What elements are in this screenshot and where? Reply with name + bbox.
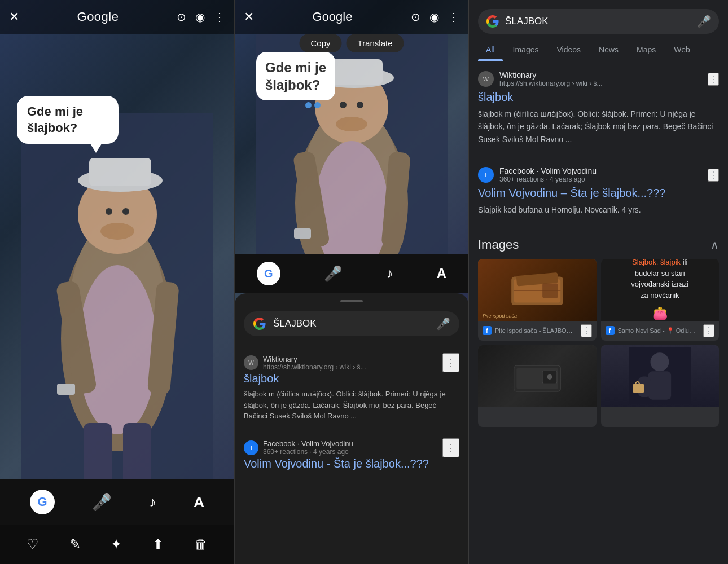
svg-point-38 — [651, 352, 669, 371]
image-more-1[interactable]: ⋮ — [581, 324, 592, 337]
left-top-actions: ⊙ ◉ ⋮ — [177, 10, 225, 24]
left-translate-button[interactable]: A — [194, 493, 204, 511]
middle-bottom-sheet[interactable]: ŠLAJBOK 🎤 W Wiktionary https://sh.wiktio… — [235, 293, 468, 564]
left-edit-button[interactable]: ✎ — [69, 536, 81, 552]
right-source-row-1: W Wiktionary https://sh.wiktionary.org ›… — [478, 70, 719, 87]
svg-rect-27 — [294, 228, 311, 239]
middle-mic-button[interactable]: 🎤 — [324, 265, 342, 283]
svg-rect-14 — [57, 384, 75, 395]
left-more-icon[interactable]: ⋮ — [214, 10, 225, 24]
right-source-row-2: f Facebook · Volim Vojvodinu 360+ reacti… — [478, 166, 719, 183]
left-bottom-section: G 🎤 ♪ A ♡ ✎ ✦ ⬆ 🗑 — [0, 479, 234, 564]
middle-top-actions: ⊙ ◉ ⋮ — [411, 10, 459, 24]
tab-all[interactable]: All — [478, 41, 503, 61]
svg-point-25 — [357, 102, 363, 108]
svg-rect-39 — [648, 371, 671, 399]
right-mic-icon[interactable]: 🎤 — [697, 15, 711, 28]
middle-source-name-2: Facebook · Volim Vojvodinu — [263, 439, 353, 448]
left-google-button[interactable]: G — [30, 490, 55, 514]
right-source-name-1: Wiktionary — [499, 70, 702, 80]
image-caption-text-1: Pite ispod sača - ŠLAJBOK... — [495, 327, 574, 334]
middle-google-button[interactable]: G — [257, 262, 280, 285]
middle-translate-button[interactable]: A — [437, 266, 446, 281]
middle-result-wiktionary[interactable]: W Wiktionary https://sh.wiktionary.org ›… — [235, 345, 468, 430]
middle-result-more-1[interactable]: ⋮ — [442, 353, 459, 372]
image-caption-text-2: Samo Novi Sad - 📍 Odlučil... — [618, 327, 697, 334]
left-eye-icon[interactable]: ◉ — [195, 10, 205, 24]
left-camera-icon[interactable]: ⊙ — [177, 10, 186, 24]
middle-eye-icon[interactable]: ◉ — [429, 10, 439, 24]
right-result-title-1[interactable]: šlajbok — [478, 90, 719, 104]
middle-more-icon[interactable]: ⋮ — [448, 10, 459, 24]
left-app-title: Google — [77, 10, 119, 24]
image-card-4[interactable]: ⋮ — [601, 345, 720, 427]
translate-button[interactable]: Translate — [347, 34, 404, 52]
middle-top-bar: ✕ Google ⊙ ◉ ⋮ — [235, 0, 468, 34]
left-panel: ✕ Google ⊙ ◉ ⋮ — [0, 0, 234, 564]
right-result-more-1[interactable]: ⋮ — [708, 73, 719, 86]
middle-result-facebook[interactable]: f Facebook · Volim Vojvodinu 360+ reacti… — [235, 430, 468, 482]
middle-panel: ✕ Google ⊙ ◉ ⋮ Copy Translate Gde mi je … — [234, 0, 468, 564]
tab-web[interactable]: Web — [666, 41, 698, 61]
middle-action-bar: G 🎤 ♪ A — [235, 254, 468, 293]
images-section-header: Images ∧ — [478, 237, 719, 252]
middle-result-title-2[interactable]: Volim Vojvodinu - Šta je šlajbok...??? — [244, 457, 459, 470]
images-collapse-button[interactable]: ∧ — [711, 238, 719, 252]
image-thumb-3 — [478, 345, 597, 407]
tab-videos[interactable]: Videos — [549, 41, 589, 61]
middle-result-title-1[interactable]: šlajbok — [244, 372, 459, 385]
image-more-2[interactable]: ⋮ — [703, 324, 714, 337]
image-thumb-2: Šlajbok, šlajpik ili budelar su stari vo… — [601, 259, 720, 321]
tab-maps[interactable]: Maps — [629, 41, 664, 61]
right-source-url-1: https://sh.wiktionary.org › wiki › š... — [499, 80, 702, 87]
divider-2 — [478, 228, 719, 228]
left-top-bar: ✕ Google ⊙ ◉ ⋮ — [0, 0, 234, 34]
left-close-button[interactable]: ✕ — [9, 10, 19, 24]
images-section: Images ∧ — [478, 237, 719, 427]
left-sparkle-button[interactable]: ✦ — [111, 536, 122, 552]
left-delete-button[interactable]: 🗑 — [194, 536, 208, 552]
sheet-handle — [340, 300, 363, 302]
right-result-wiktionary[interactable]: W Wiktionary https://sh.wiktionary.org ›… — [478, 70, 719, 146]
middle-source-info-2: Facebook · Volim Vojvodinu 360+ reaction… — [263, 439, 353, 456]
right-result-title-2[interactable]: Volim Vojvodinu – Šta je šlajbok...??? — [478, 186, 719, 200]
middle-result-more-2[interactable]: ⋮ — [442, 438, 459, 457]
image-card-2[interactable]: Šlajbok, šlajpik ili budelar su stari vo… — [601, 259, 720, 341]
middle-search-query: ŠLAJBOK — [273, 318, 429, 329]
image-card-3[interactable]: ⋮ — [478, 345, 597, 427]
svg-point-24 — [340, 102, 347, 108]
right-panel: 🎤 All Images Videos News Maps Web W Wikt… — [468, 0, 728, 564]
middle-result-source-2: f Facebook · Volim Vojvodinu 360+ reacti… — [244, 439, 353, 456]
right-facebook-favicon: f — [478, 167, 494, 183]
right-search-input[interactable] — [505, 16, 691, 27]
image-caption-row-3: ⋮ — [478, 407, 597, 427]
left-share-button[interactable]: ⬆ — [152, 536, 164, 552]
left-speech-bubble: Gde mi je šlajbok? — [17, 96, 119, 144]
middle-app-title: Google — [313, 10, 353, 24]
left-heart-button[interactable]: ♡ — [27, 536, 39, 552]
right-result-snippet-2: Slajpik kod bufana u Homolju. Novcanik. … — [478, 204, 719, 216]
svg-point-11 — [106, 208, 112, 215]
image-caption-row-4: ⋮ — [601, 407, 720, 427]
left-mic-button[interactable]: 🎤 — [92, 493, 112, 512]
middle-result-row-2: f Facebook · Volim Vojvodinu 360+ reacti… — [244, 438, 459, 457]
image-caption-left-4 — [606, 412, 618, 421]
right-result-more-2[interactable]: ⋮ — [708, 169, 719, 182]
tab-images[interactable]: Images — [505, 41, 547, 61]
image-thumb-4 — [601, 345, 720, 407]
middle-music-button[interactable]: ♪ — [386, 266, 393, 281]
tab-news[interactable]: News — [591, 41, 626, 61]
left-music-button[interactable]: ♪ — [149, 493, 156, 511]
middle-camera-icon[interactable]: ⊙ — [411, 10, 420, 24]
image-card-1[interactable]: Pite ispod sača f Pite ispod sača - ŠLAJ… — [478, 259, 597, 341]
right-result-facebook[interactable]: f Facebook · Volim Vojvodinu 360+ reacti… — [478, 166, 719, 216]
middle-mic-icon[interactable]: 🎤 — [436, 317, 450, 331]
right-search-bar[interactable]: 🎤 — [478, 9, 719, 34]
middle-search-bar[interactable]: ŠLAJBOK 🎤 — [244, 311, 459, 336]
middle-close-button[interactable]: ✕ — [244, 10, 254, 24]
image-caption-left-1: f Pite ispod sača - ŠLAJBOK... — [483, 326, 574, 335]
middle-source-name-1: Wiktionary — [263, 355, 366, 363]
left-main-action-bar: G 🎤 ♪ A — [0, 479, 234, 525]
copy-button[interactable]: Copy — [299, 34, 341, 52]
right-header: 🎤 All Images Videos News Maps Web — [469, 0, 728, 61]
